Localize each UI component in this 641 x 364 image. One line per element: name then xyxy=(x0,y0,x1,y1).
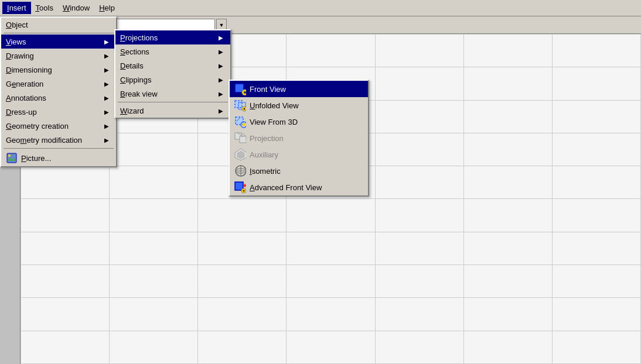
projection-svg xyxy=(234,132,246,145)
menu-item-generation-label: Generation xyxy=(6,80,43,88)
dressup-arrow-icon: ▶ xyxy=(104,109,109,115)
menu-item-dimensioning-label: Dimensioning xyxy=(6,66,52,74)
advanced-front-view-label: Advanced Front View xyxy=(250,183,322,192)
annotations-arrow-icon: ▶ xyxy=(104,95,109,101)
menubar-item-window[interactable]: Window xyxy=(58,2,94,14)
advanced-front-view-svg xyxy=(234,181,246,194)
menu-separator-1 xyxy=(4,33,114,33)
menu-l1-insert: Object Views ▶ Drawing ▶ Dimensioning ▶ … xyxy=(0,16,117,167)
menu-item-sections[interactable]: Sections ▶ xyxy=(115,44,230,59)
drawing-arrow-icon: ▶ xyxy=(104,53,109,59)
menu-item-auxiliary-content: Auxiliary xyxy=(234,149,278,160)
menu-item-drawing-label: Drawing xyxy=(6,51,34,60)
menu-item-break-view-label: Break view xyxy=(120,90,158,98)
auxiliary-icon xyxy=(234,149,246,160)
advanced-front-view-icon xyxy=(234,181,246,193)
dimensioning-arrow-icon: ▶ xyxy=(104,67,109,73)
view-from-3d-icon xyxy=(234,116,246,128)
menu-item-views[interactable]: Views ▶ xyxy=(1,35,116,49)
menu-item-front-view[interactable]: Front View xyxy=(230,81,368,97)
menu-l2-separator xyxy=(118,102,228,102)
menu-item-drawing[interactable]: Drawing ▶ xyxy=(1,49,116,63)
menu-item-auxiliary[interactable]: Auxiliary xyxy=(230,146,368,163)
unfolded-view-svg xyxy=(234,99,246,112)
svg-point-14 xyxy=(244,108,246,110)
menu-item-break-view[interactable]: Break view ▶ xyxy=(115,87,230,101)
menu-item-details-label: Details xyxy=(120,61,144,70)
menu-item-annotations-label: Annotations xyxy=(6,94,46,102)
menu-item-dressup[interactable]: Dress-up ▶ xyxy=(1,105,116,119)
svg-rect-5 xyxy=(7,153,16,163)
menubar-item-help[interactable]: Help xyxy=(94,2,120,14)
svg-point-10 xyxy=(244,91,246,94)
menu-item-views-label: Views xyxy=(6,37,26,46)
clippings-arrow-icon: ▶ xyxy=(219,77,223,83)
auxiliary-svg xyxy=(234,148,246,161)
menu-item-object[interactable]: Object xyxy=(1,18,116,32)
menu-item-sections-label: Sections xyxy=(120,47,149,56)
menu-item-advanced-front-view-content: Advanced Front View xyxy=(234,181,322,193)
sections-arrow-icon: ▶ xyxy=(219,49,223,55)
menu-item-isometric-content: Isometric xyxy=(234,165,281,177)
menu-item-annotations[interactable]: Annotations ▶ xyxy=(1,91,116,105)
menu-item-projection-content: Projection xyxy=(234,132,284,144)
menu-item-dressup-label: Dress-up xyxy=(6,108,37,116)
menu-item-clippings-label: Clippings xyxy=(120,75,151,84)
menu-item-dimensioning[interactable]: Dimensioning ▶ xyxy=(1,63,116,77)
menu-item-front-view-content: Front View xyxy=(234,83,286,95)
geometry-creation-arrow-icon: ▶ xyxy=(104,123,109,129)
menu-l3-projections: Front View Unfolded View xyxy=(229,80,369,197)
menu-item-unfolded-view-content: Unfolded View xyxy=(234,99,299,111)
generation-arrow-icon: ▶ xyxy=(104,81,109,87)
details-arrow-icon: ▶ xyxy=(219,63,223,69)
front-view-label: Front View xyxy=(250,85,286,94)
isometric-icon xyxy=(234,165,246,177)
menu-item-unfolded-view[interactable]: Unfolded View xyxy=(230,97,368,114)
menu-item-picture[interactable]: Picture... xyxy=(1,150,116,166)
menu-item-clippings[interactable]: Clippings ▶ xyxy=(115,73,230,87)
menu-item-isometric[interactable]: Isometric xyxy=(230,163,368,179)
svg-rect-20 xyxy=(240,136,246,143)
dropdown-container: Object Views ▶ Drawing ▶ Dimensioning ▶ … xyxy=(0,16,117,167)
projections-arrow-icon: ▶ xyxy=(219,35,223,41)
menu-l2-views: Projections ▶ Sections ▶ Details ▶ Clipp… xyxy=(114,29,231,119)
svg-point-17 xyxy=(243,123,246,126)
unfolded-view-icon xyxy=(234,99,246,111)
auxiliary-label: Auxiliary xyxy=(250,150,278,159)
svg-point-6 xyxy=(8,154,11,157)
menu-item-geometry-modification[interactable]: Geometry modification ▶ xyxy=(1,133,116,147)
views-arrow-icon: ▶ xyxy=(104,39,109,45)
menubar-item-tools[interactable]: Tools xyxy=(31,2,58,14)
front-view-icon xyxy=(234,83,246,95)
break-view-arrow-icon: ▶ xyxy=(219,91,223,97)
picture-icon xyxy=(6,152,18,164)
menu-item-wizard-label: Wizard xyxy=(120,107,144,115)
wizard-arrow-icon: ▶ xyxy=(219,108,223,114)
menubar: Insert Tools Window Help xyxy=(0,0,641,16)
svg-point-33 xyxy=(243,190,245,192)
menu-separator-2 xyxy=(4,148,114,149)
view-from-3d-label: View From 3D xyxy=(250,118,298,126)
menu-item-picture-content: Picture... xyxy=(6,152,51,164)
menu-item-advanced-front-view[interactable]: Advanced Front View xyxy=(230,179,368,195)
menu-item-view-from-3d[interactable]: View From 3D xyxy=(230,114,368,130)
picture-svg-icon xyxy=(6,153,17,163)
menu-item-wizard[interactable]: Wizard ▶ xyxy=(115,104,230,118)
projection-label: Projection xyxy=(250,134,284,143)
view-from-3d-svg xyxy=(234,115,246,128)
menu-item-projections-label: Projections xyxy=(120,33,158,42)
menu-item-object-label: Object xyxy=(6,20,28,29)
geometry-modification-arrow-icon: ▶ xyxy=(104,137,109,143)
menubar-item-insert[interactable]: Insert xyxy=(2,2,31,14)
menu-item-geometry-creation[interactable]: Geometry creation ▶ xyxy=(1,119,116,133)
unfolded-view-label: Unfolded View xyxy=(250,101,299,110)
menu-item-generation[interactable]: Generation ▶ xyxy=(1,77,116,91)
front-view-svg xyxy=(234,83,246,95)
menu-item-projection[interactable]: Projection xyxy=(230,130,368,146)
menu-item-geometry-creation-label: Geometry creation xyxy=(6,122,69,131)
isometric-svg xyxy=(234,164,246,177)
menu-item-projections[interactable]: Projections ▶ xyxy=(115,30,230,44)
projection-icon xyxy=(234,132,246,144)
menu-item-view-from-3d-content: View From 3D xyxy=(234,116,298,128)
menu-item-details[interactable]: Details ▶ xyxy=(115,59,230,73)
